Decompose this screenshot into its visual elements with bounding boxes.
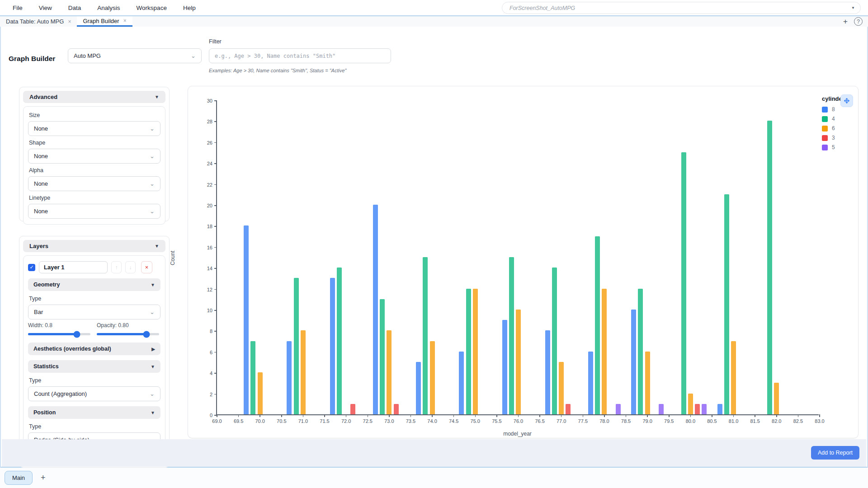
tab-data-table[interactable]: Data Table: Auto MPG × bbox=[0, 16, 77, 27]
x-tick-label: 73.5 bbox=[406, 418, 415, 424]
x-tick-mark bbox=[496, 414, 497, 417]
geometry-type-select[interactable]: Bar ⌄ bbox=[28, 305, 160, 319]
bottom-tab-main[interactable]: Main bbox=[5, 471, 33, 485]
bar-4-cyl-year-72[interactable] bbox=[337, 267, 342, 414]
statistics-type-label: Type bbox=[29, 377, 160, 384]
bar-8-cyl-year-77[interactable] bbox=[545, 330, 550, 414]
bar-6-cyl-year-70[interactable] bbox=[258, 372, 263, 414]
move-layer-up-button[interactable]: ↑ bbox=[111, 261, 122, 273]
position-header[interactable]: Position ▼ bbox=[28, 406, 160, 419]
bar-8-cyl-year-79[interactable] bbox=[631, 310, 636, 414]
layers-section-header[interactable]: Layers ▼ bbox=[23, 240, 165, 252]
bar-4-cyl-year-80[interactable] bbox=[681, 152, 686, 414]
bar-8-cyl-year-73[interactable] bbox=[373, 205, 378, 414]
bar-6-cyl-year-74[interactable] bbox=[430, 341, 435, 414]
bar-5-cyl-year-78[interactable] bbox=[616, 404, 621, 414]
bar-6-cyl-year-77[interactable] bbox=[559, 362, 564, 414]
bar-6-cyl-year-79[interactable] bbox=[645, 352, 650, 414]
bar-3-cyl-year-72[interactable] bbox=[350, 404, 355, 414]
bar-8-cyl-year-81[interactable] bbox=[717, 404, 722, 414]
move-legend-button[interactable] bbox=[840, 94, 853, 107]
close-icon[interactable]: × bbox=[123, 18, 127, 24]
width-slider[interactable] bbox=[28, 333, 90, 335]
x-tick-mark bbox=[626, 414, 627, 417]
legend-swatch-icon bbox=[822, 107, 828, 113]
bar-6-cyl-year-81[interactable] bbox=[731, 341, 736, 414]
y-tick-mark bbox=[214, 394, 217, 395]
bar-4-cyl-year-77[interactable] bbox=[552, 267, 557, 414]
statistics-type-select[interactable]: Count (Aggregation) ⌄ bbox=[28, 386, 160, 401]
workspace-name-pill[interactable]: ForScreenShot_AutoMPG ▼ bbox=[502, 2, 861, 14]
opacity-slider-thumb[interactable] bbox=[143, 331, 150, 338]
layer-name-input[interactable] bbox=[39, 261, 108, 273]
bar-4-cyl-year-76[interactable] bbox=[509, 257, 514, 414]
bar-8-cyl-year-70[interactable] bbox=[244, 225, 249, 414]
bar-3-cyl-year-80[interactable] bbox=[695, 404, 700, 414]
move-layer-down-button[interactable]: ↓ bbox=[125, 261, 136, 273]
filter-input[interactable] bbox=[209, 48, 391, 63]
bar-8-cyl-year-72[interactable] bbox=[330, 278, 335, 414]
bar-6-cyl-year-82[interactable] bbox=[774, 383, 779, 414]
y-axis-title: Count bbox=[170, 251, 176, 265]
bar-4-cyl-year-75[interactable] bbox=[466, 289, 471, 414]
layer-visible-checkbox[interactable]: ✓ bbox=[28, 264, 35, 271]
bar-5-cyl-year-80[interactable] bbox=[702, 404, 707, 414]
menu-item-workspace[interactable]: Workspace bbox=[137, 5, 167, 11]
menu-item-view[interactable]: View bbox=[39, 5, 52, 11]
bar-6-cyl-year-71[interactable] bbox=[301, 330, 306, 414]
x-tick-mark bbox=[583, 414, 584, 417]
advanced-section-header[interactable]: Advanced ▼ bbox=[23, 91, 165, 103]
add-to-report-button[interactable]: Add to Report bbox=[811, 446, 859, 460]
menu-item-analysis[interactable]: Analysis bbox=[97, 5, 120, 11]
help-icon[interactable]: ? bbox=[854, 17, 863, 26]
close-icon[interactable]: × bbox=[68, 19, 71, 25]
size-select[interactable]: None ⌄ bbox=[28, 121, 160, 136]
x-tick-label: 77.5 bbox=[578, 418, 588, 424]
x-tick-mark bbox=[259, 414, 260, 417]
geometry-title: Geometry bbox=[33, 282, 60, 288]
bar-8-cyl-year-76[interactable] bbox=[502, 320, 507, 414]
y-tick-mark bbox=[214, 121, 217, 122]
bar-8-cyl-year-75[interactable] bbox=[459, 352, 464, 414]
bar-8-cyl-year-78[interactable] bbox=[588, 352, 593, 414]
statistics-header[interactable]: Statistics ▼ bbox=[28, 360, 160, 373]
bar-6-cyl-year-76[interactable] bbox=[516, 310, 521, 414]
add-workspace-tab-button[interactable]: + bbox=[41, 473, 46, 483]
menu-item-file[interactable]: File bbox=[13, 5, 23, 11]
menu-item-data[interactable]: Data bbox=[68, 5, 81, 11]
linetype-select[interactable]: None ⌄ bbox=[28, 204, 160, 219]
alpha-select[interactable]: None ⌄ bbox=[28, 176, 160, 191]
menu-item-help[interactable]: Help bbox=[183, 5, 196, 11]
x-tick-mark bbox=[647, 414, 648, 417]
width-slider-thumb[interactable] bbox=[73, 331, 80, 338]
bar-4-cyl-year-73[interactable] bbox=[380, 299, 385, 414]
bar-4-cyl-year-79[interactable] bbox=[638, 289, 643, 414]
chevron-down-icon[interactable]: ▼ bbox=[851, 6, 855, 10]
dataset-select[interactable]: Auto MPG ⌄ bbox=[68, 48, 202, 63]
x-tick-mark bbox=[690, 414, 691, 417]
tab-label: Graph Builder bbox=[83, 18, 119, 24]
bar-4-cyl-year-70[interactable] bbox=[250, 341, 255, 414]
bar-3-cyl-year-73[interactable] bbox=[394, 404, 399, 414]
bar-5-cyl-year-79[interactable] bbox=[659, 404, 664, 414]
shape-select[interactable]: None ⌄ bbox=[28, 149, 160, 164]
opacity-slider[interactable] bbox=[97, 333, 159, 335]
geometry-header[interactable]: Geometry ▼ bbox=[28, 278, 160, 291]
bar-8-cyl-year-74[interactable] bbox=[416, 362, 421, 414]
aesthetics-header[interactable]: Aesthetics (overrides global) ▶ bbox=[28, 343, 160, 355]
bar-6-cyl-year-73[interactable] bbox=[387, 330, 392, 414]
x-tick-label: 77.0 bbox=[557, 418, 566, 424]
bar-8-cyl-year-71[interactable] bbox=[287, 341, 292, 414]
bar-4-cyl-year-74[interactable] bbox=[423, 257, 428, 414]
bar-4-cyl-year-81[interactable] bbox=[724, 194, 729, 414]
bar-4-cyl-year-82[interactable] bbox=[767, 121, 772, 414]
delete-layer-button[interactable]: × bbox=[141, 261, 152, 273]
bar-3-cyl-year-77[interactable] bbox=[566, 404, 571, 414]
bar-6-cyl-year-80[interactable] bbox=[688, 394, 693, 414]
new-tab-button[interactable]: + bbox=[843, 18, 848, 25]
bar-4-cyl-year-78[interactable] bbox=[595, 236, 600, 414]
tab-graph-builder[interactable]: Graph Builder × bbox=[77, 16, 132, 27]
bar-6-cyl-year-75[interactable] bbox=[473, 289, 478, 414]
bar-6-cyl-year-78[interactable] bbox=[602, 289, 607, 414]
bar-4-cyl-year-71[interactable] bbox=[294, 278, 299, 414]
